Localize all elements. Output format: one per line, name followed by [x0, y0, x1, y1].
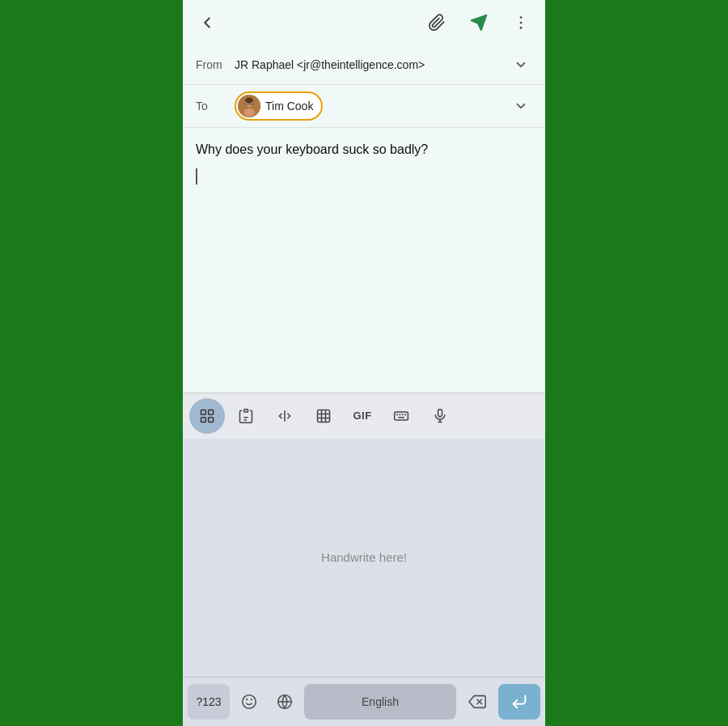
- keyboard-toolbar: GIF: [183, 393, 545, 439]
- svg-rect-12: [201, 410, 206, 414]
- from-row: From JR Raphael <jr@theintelligence.com>: [183, 45, 545, 85]
- cursor-area: [196, 168, 532, 185]
- globe-button[interactable]: [269, 684, 301, 720]
- svg-rect-29: [438, 409, 442, 416]
- svg-rect-16: [244, 409, 248, 411]
- from-chevron[interactable]: [510, 53, 532, 76]
- bottom-keyboard: ?123 English: [183, 677, 545, 726]
- back-button[interactable]: [193, 8, 222, 37]
- from-label: From: [196, 58, 235, 71]
- kb-items-button[interactable]: [189, 398, 225, 434]
- send-button[interactable]: [464, 8, 493, 37]
- kb-mic-button[interactable]: [422, 398, 458, 434]
- text-cursor: [196, 168, 197, 185]
- num-button[interactable]: ?123: [188, 684, 230, 720]
- svg-rect-14: [201, 417, 206, 422]
- svg-rect-13: [209, 410, 214, 414]
- email-body[interactable]: Why does your keyboard suck so badly?: [183, 128, 545, 393]
- svg-point-8: [245, 98, 253, 104]
- to-chevron[interactable]: [510, 95, 532, 117]
- svg-marker-1: [472, 15, 486, 30]
- svg-point-4: [520, 27, 523, 29]
- recipient-chip[interactable]: Tim Cook: [235, 91, 323, 121]
- space-button[interactable]: English: [304, 684, 456, 720]
- handwrite-placeholder: Handwrite here!: [321, 550, 407, 564]
- to-row: To: [183, 85, 545, 128]
- svg-rect-18: [318, 410, 330, 422]
- top-toolbar: [183, 0, 545, 45]
- kb-translate-button[interactable]: [306, 398, 341, 434]
- svg-point-32: [243, 695, 256, 709]
- handwrite-area[interactable]: Handwrite here!: [183, 439, 545, 677]
- svg-rect-15: [209, 417, 214, 422]
- more-button[interactable]: [506, 8, 535, 37]
- svg-point-3: [520, 22, 523, 24]
- gif-label: GIF: [353, 410, 371, 422]
- emoji-button[interactable]: [233, 684, 265, 720]
- kb-cursor-button[interactable]: [267, 398, 303, 434]
- attach-button[interactable]: [422, 8, 451, 37]
- to-label: To: [196, 100, 235, 113]
- kb-gif-button[interactable]: GIF: [345, 398, 380, 434]
- enter-button[interactable]: [498, 684, 540, 720]
- svg-point-7: [243, 108, 255, 117]
- kb-keyboard-button[interactable]: [383, 398, 419, 434]
- email-subject: Why does your keyboard suck so badly?: [196, 141, 532, 159]
- recipient-avatar: [238, 95, 260, 117]
- recipient-name: Tim Cook: [265, 100, 313, 113]
- from-value: JR Raphael <jr@theintelligence.com>: [235, 58, 510, 71]
- delete-button[interactable]: [459, 684, 495, 720]
- svg-point-2: [520, 16, 523, 19]
- kb-clipboard-button[interactable]: [228, 398, 264, 434]
- svg-rect-23: [395, 412, 408, 420]
